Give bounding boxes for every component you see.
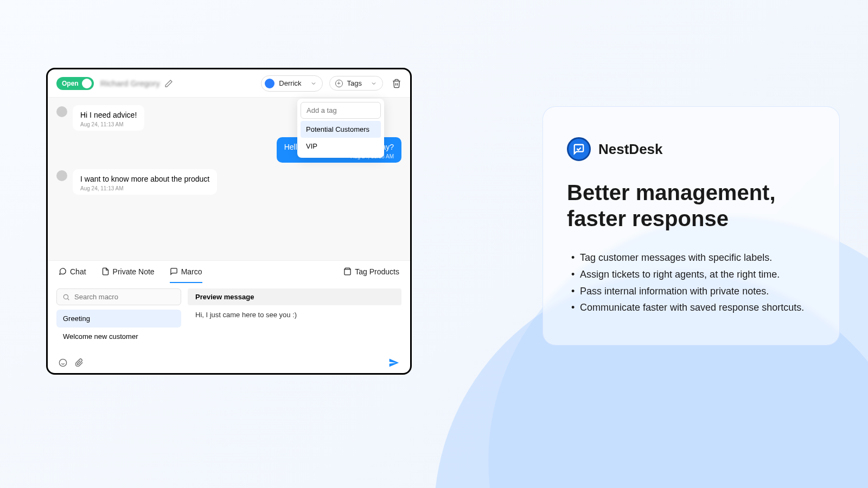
logo-badge (567, 137, 591, 161)
macro-item[interactable]: Welcome new customer (56, 328, 181, 345)
tag-option[interactable]: VIP (301, 138, 381, 155)
promo-bullet: Assign tickets to right agents, at the r… (567, 267, 815, 282)
search-icon (62, 293, 70, 301)
brand-logo: NestDesk (567, 137, 815, 161)
compose-tabs: Chat Private Note Marco Tag Products (48, 260, 410, 283)
tab-label: Marco (181, 267, 202, 276)
emoji-icon[interactable] (59, 358, 67, 367)
status-label: Open (62, 80, 79, 87)
chat-header: Open Richard Gregory Derrick + Tags (48, 69, 410, 98)
macro-search-input[interactable] (74, 293, 175, 301)
tag-option[interactable]: Potential Customers (301, 121, 381, 138)
message-timestamp: Aug 24, 11:13 AM (80, 185, 209, 191)
chat-icon (59, 267, 67, 275)
brand-name: NestDesk (598, 141, 663, 158)
chevron-down-icon (310, 80, 317, 87)
promo-bullet: Tag customer messages with specific labe… (567, 250, 815, 266)
promo-headline: Better management, faster response (567, 179, 815, 232)
message-timestamp: Aug 24, 11:13 AM (80, 121, 137, 127)
customer-avatar (56, 170, 67, 181)
assignee-dropdown[interactable]: Derrick (261, 75, 322, 92)
status-toggle[interactable]: Open (56, 77, 94, 90)
macro-item[interactable]: Greeting (56, 310, 181, 328)
chat-app-window: Open Richard Gregory Derrick + Tags (46, 68, 412, 375)
macro-icon (170, 267, 178, 275)
tag-dropdown-panel: Potential Customers VIP (297, 99, 384, 158)
chevron-down-icon (371, 80, 377, 87)
plus-circle-icon: + (335, 80, 343, 87)
preview-text: Hi, I just came here to see you :) (188, 311, 401, 319)
tag-search-input[interactable] (301, 102, 381, 119)
macro-preview-pane: Preview message Hi, I just came here to … (188, 288, 401, 347)
composer-footer (48, 352, 410, 373)
message-text: I want to know more about the product (80, 175, 209, 183)
conversation-body: Hi I need advice! Aug 24, 11:13 AM Hello… (48, 98, 410, 260)
tab-label: Private Note (113, 267, 155, 276)
promo-card: NestDesk Better management, faster respo… (542, 106, 840, 345)
tags-label: Tags (347, 79, 362, 87)
macro-list-pane: Greeting Welcome new customer (56, 288, 181, 347)
customer-name: Richard Gregory (100, 79, 160, 88)
message-row: I want to know more about the product Au… (56, 169, 401, 195)
tab-chat[interactable]: Chat (59, 261, 86, 283)
macro-panel: Greeting Welcome new customer Preview me… (48, 283, 410, 352)
note-icon (101, 267, 110, 275)
svg-line-2 (68, 298, 69, 300)
toggle-knob (82, 79, 92, 88)
svg-point-1 (63, 294, 68, 299)
tab-marco[interactable]: Marco (170, 261, 202, 283)
tab-label: Chat (70, 267, 86, 276)
tags-dropdown[interactable]: + Tags (329, 76, 383, 91)
edit-icon[interactable] (164, 79, 173, 88)
promo-bullet-list: Tag customer messages with specific labe… (567, 250, 815, 316)
assignee-name: Derrick (279, 79, 301, 87)
tab-label: Tag Products (355, 267, 399, 276)
tag-products-icon (343, 267, 352, 275)
trash-icon[interactable] (392, 79, 401, 88)
preview-header: Preview message (188, 288, 401, 305)
tab-tag-products[interactable]: Tag Products (343, 261, 399, 283)
promo-bullet: Communicate faster with saved response s… (567, 300, 815, 316)
svg-point-3 (59, 359, 66, 366)
tab-private-note[interactable]: Private Note (101, 261, 155, 283)
assignee-avatar (265, 79, 275, 88)
promo-bullet: Pass internal information with private n… (567, 284, 815, 299)
message-bubble: I want to know more about the product Au… (73, 169, 217, 195)
message-bubble: Hi I need advice! Aug 24, 11:13 AM (73, 105, 144, 131)
send-button[interactable] (388, 357, 399, 368)
macro-search[interactable] (56, 288, 181, 305)
customer-avatar (56, 106, 67, 117)
attachment-icon[interactable] (75, 358, 84, 367)
message-text: Hi I need advice! (80, 111, 137, 119)
